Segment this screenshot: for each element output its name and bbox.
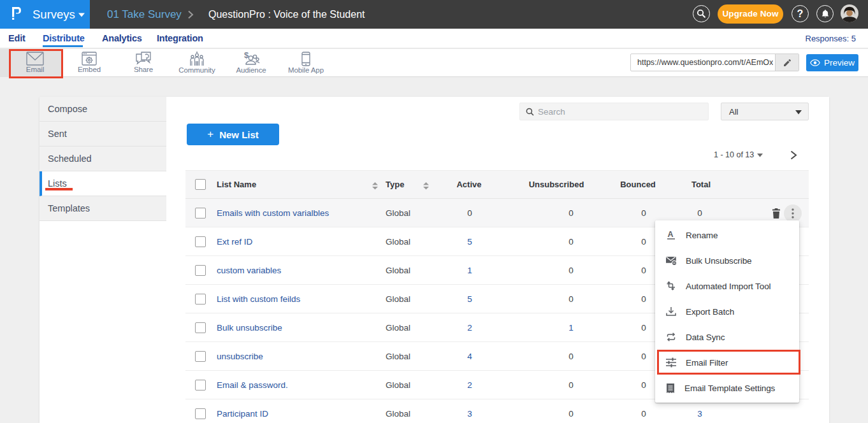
svg-text:A: A [668, 230, 674, 239]
